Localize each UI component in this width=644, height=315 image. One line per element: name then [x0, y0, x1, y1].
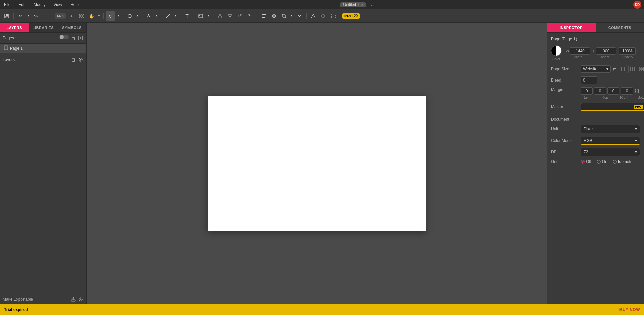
pointer-tool-button[interactable] — [106, 11, 115, 21]
grid-icon[interactable] — [638, 65, 644, 73]
align-button[interactable] — [259, 11, 269, 21]
more-button[interactable] — [295, 11, 304, 21]
master-input[interactable] — [583, 104, 634, 109]
width-input[interactable] — [570, 47, 590, 55]
undo-dropdown[interactable]: ▾ — [26, 11, 31, 21]
svg-rect-1 — [6, 14, 8, 16]
page-item-1[interactable]: Page 1 — [0, 44, 86, 53]
svg-marker-18 — [311, 14, 315, 18]
line-dropdown[interactable]: ▾ — [173, 11, 178, 21]
delete-page-button[interactable]: 🗑 — [70, 35, 76, 41]
tab-comments[interactable]: COMMENTS — [596, 23, 644, 32]
close-tab-icon[interactable]: × — [361, 3, 363, 7]
boolean-union-button[interactable] — [215, 11, 225, 21]
grid-on-option[interactable]: On — [597, 159, 607, 164]
mask-button[interactable] — [269, 11, 279, 21]
export-button[interactable] — [70, 296, 76, 302]
canvas-area[interactable] — [87, 23, 547, 304]
add-exportable-button[interactable] — [78, 296, 84, 302]
pointer-dropdown[interactable]: ▾ — [116, 11, 121, 21]
svg-marker-19 — [321, 14, 325, 18]
bleed-input[interactable] — [581, 76, 597, 84]
path-tool-button[interactable] — [309, 11, 318, 21]
margin-left-label: Left — [581, 96, 593, 99]
color-mode-dropdown[interactable]: RGB ▾ — [581, 137, 640, 145]
grid-off-option[interactable]: Off — [581, 159, 591, 164]
rotate-page-button[interactable]: ⇄ — [612, 66, 617, 72]
add-layer-button[interactable] — [78, 56, 84, 63]
tab-libraries[interactable]: LIBRARIES — [29, 23, 58, 32]
line-tool-button[interactable] — [163, 11, 173, 21]
tab-layers[interactable]: LAYERS — [0, 23, 29, 32]
slice-tool-button[interactable] — [329, 11, 338, 21]
unit-label: Unit — [551, 127, 578, 132]
margin-top-label: Top — [599, 96, 611, 99]
layers-actions: 🗑 — [70, 56, 84, 63]
pages-header: Pages ▾ 🗑 — [0, 33, 86, 44]
color-picker[interactable] — [551, 45, 562, 56]
chain-icon[interactable]: ⛓ — [634, 88, 639, 94]
user-avatar[interactable]: DD — [633, 1, 641, 9]
trial-expired-text: Trial expired — [4, 307, 28, 312]
dropdown-caret: ▾ — [606, 67, 608, 71]
redo-button[interactable]: ↪ — [31, 11, 41, 21]
height-input[interactable] — [596, 47, 616, 55]
symbol-tool-button[interactable] — [319, 11, 328, 21]
hand-tool-button[interactable]: ✋ — [87, 11, 96, 21]
arrange-dropdown[interactable]: ▾ — [289, 11, 294, 21]
pages-toggle[interactable] — [59, 35, 69, 39]
shape-dropdown[interactable]: ▾ — [135, 11, 140, 21]
undo-button[interactable]: ↩ — [16, 11, 25, 21]
tab-inspector[interactable]: INSPECTOR — [547, 23, 596, 32]
pen-tool-button[interactable] — [144, 11, 153, 21]
margin-bottom-input[interactable] — [621, 87, 633, 95]
menu-help[interactable]: Help — [69, 2, 80, 8]
page-size-control: Website ▾ ⇄ — [581, 65, 644, 73]
margin-right-input[interactable] — [607, 87, 619, 95]
divider-1 — [551, 114, 640, 114]
svg-rect-6 — [82, 17, 83, 18]
svg-point-15 — [273, 15, 275, 17]
arrange-button[interactable] — [279, 11, 289, 21]
delete-layer-button[interactable]: 🗑 — [70, 56, 76, 63]
rotate-right-button[interactable]: ↻ — [245, 11, 255, 21]
columns-icon[interactable] — [628, 65, 636, 73]
buy-now-button[interactable]: BUY NOW — [619, 307, 640, 312]
menu-modify[interactable]: Modify — [32, 2, 47, 8]
add-page-button[interactable] — [78, 35, 84, 41]
page-size-dropdown[interactable]: Website ▾ — [581, 65, 611, 73]
boolean-back-button[interactable] — [225, 11, 235, 21]
rotate-left-button[interactable]: ↺ — [235, 11, 245, 21]
hand-dropdown[interactable]: ▾ — [97, 11, 101, 21]
make-exportable-bar: Make Exportable — [0, 294, 86, 304]
margin-top-input[interactable] — [594, 87, 606, 95]
document-tab[interactable]: Untitled-1 × — [340, 2, 366, 7]
portrait-icon[interactable] — [619, 65, 627, 73]
pages-label: Pages ▾ — [3, 36, 59, 40]
zoom-minus-button[interactable]: − — [45, 11, 54, 21]
menu-view[interactable]: View — [52, 2, 63, 8]
grid-isometric-option[interactable]: Isometric — [613, 159, 635, 164]
fit-button[interactable] — [77, 11, 86, 21]
inspector-section-title: Page (Page 1) — [551, 37, 640, 41]
text-tool-button[interactable]: T — [182, 11, 192, 21]
image-tool-button[interactable] — [196, 11, 205, 21]
zoom-plus-button[interactable]: + — [66, 11, 76, 21]
zoom-level[interactable]: 44% — [55, 13, 66, 19]
save-button[interactable] — [2, 11, 11, 21]
menu-file[interactable]: File — [3, 2, 12, 8]
pro-feature-button[interactable]: PRO 20 — [342, 13, 360, 19]
tab-chevron-icon[interactable]: ⌄ — [370, 3, 373, 7]
opacity-input[interactable] — [619, 47, 636, 55]
pen-dropdown[interactable]: ▾ — [154, 11, 159, 21]
master-label: Master — [551, 104, 578, 109]
unit-dropdown[interactable]: Pixels ▾ — [581, 125, 640, 133]
margin-left-input[interactable] — [581, 87, 593, 95]
height-input-row: H — [593, 47, 616, 55]
shape-tool-button[interactable] — [125, 11, 134, 21]
tab-symbols[interactable]: SYMBOLS — [57, 23, 86, 32]
image-dropdown[interactable]: ▾ — [206, 11, 211, 21]
menu-edit[interactable]: Edit — [17, 2, 27, 8]
margin-inputs: ⛓ — [581, 87, 644, 95]
dpi-dropdown[interactable]: 72 ▾ — [581, 148, 640, 156]
